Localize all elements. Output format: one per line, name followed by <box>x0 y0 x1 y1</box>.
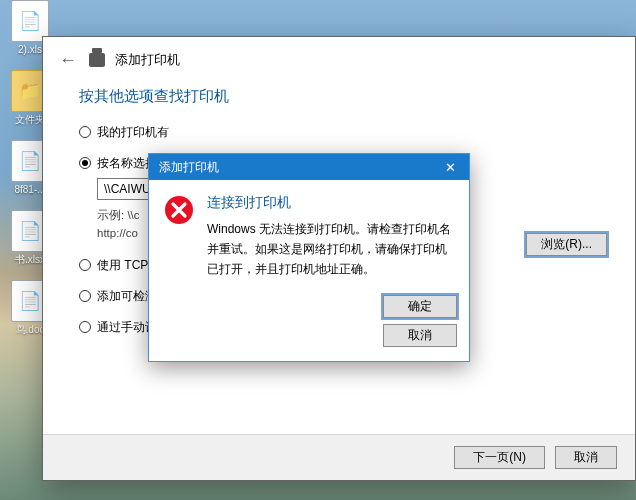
radio-icon <box>79 126 91 138</box>
error-dialog: 添加打印机 ✕ 连接到打印机 Windows 无法连接到打印机。请检查打印机名并… <box>148 153 470 362</box>
next-button[interactable]: 下一页(N) <box>454 446 545 469</box>
error-heading: 连接到打印机 <box>207 194 453 212</box>
desktop-label: 文件夹 <box>15 114 45 126</box>
error-footer: 确定 取消 <box>149 289 469 361</box>
printer-icon <box>89 53 105 67</box>
option-label: 我的打印机有 <box>97 124 169 141</box>
close-button[interactable]: ✕ <box>431 154 469 180</box>
radio-icon <box>79 157 91 169</box>
radio-icon <box>79 259 91 271</box>
desktop-label: 8f81-... <box>14 184 45 196</box>
option-older-printer[interactable]: 我的打印机有 <box>79 124 599 141</box>
radio-icon <box>79 290 91 302</box>
radio-icon <box>79 321 91 333</box>
error-title-text: 添加打印机 <box>159 159 219 176</box>
cancel-button[interactable]: 取消 <box>555 446 617 469</box>
error-message: Windows 无法连接到打印机。请检查打印机名并重试。如果这是网络打印机，请确… <box>207 220 453 279</box>
ok-button[interactable]: 确定 <box>383 295 457 318</box>
error-titlebar: 添加打印机 ✕ <box>149 154 469 180</box>
back-arrow-icon[interactable]: ← <box>57 51 79 69</box>
error-icon <box>163 194 195 279</box>
error-body: 连接到打印机 Windows 无法连接到打印机。请检查打印机名并重试。如果这是网… <box>149 180 469 289</box>
error-cancel-button[interactable]: 取消 <box>383 324 457 347</box>
desktop-label: 鸟.doc <box>16 324 45 336</box>
error-text: 连接到打印机 Windows 无法连接到打印机。请检查打印机名并重试。如果这是网… <box>207 194 453 279</box>
wizard-title: 添加打印机 <box>115 52 180 69</box>
wizard-footer: 下一页(N) 取消 <box>43 434 635 480</box>
browse-button[interactable]: 浏览(R)... <box>526 233 607 256</box>
section-title: 按其他选项查找打印机 <box>79 87 599 106</box>
desktop-label: 书.xlsx <box>15 254 45 266</box>
wizard-header: ← 添加打印机 <box>43 37 635 79</box>
desktop-label: 2).xls <box>18 44 42 56</box>
